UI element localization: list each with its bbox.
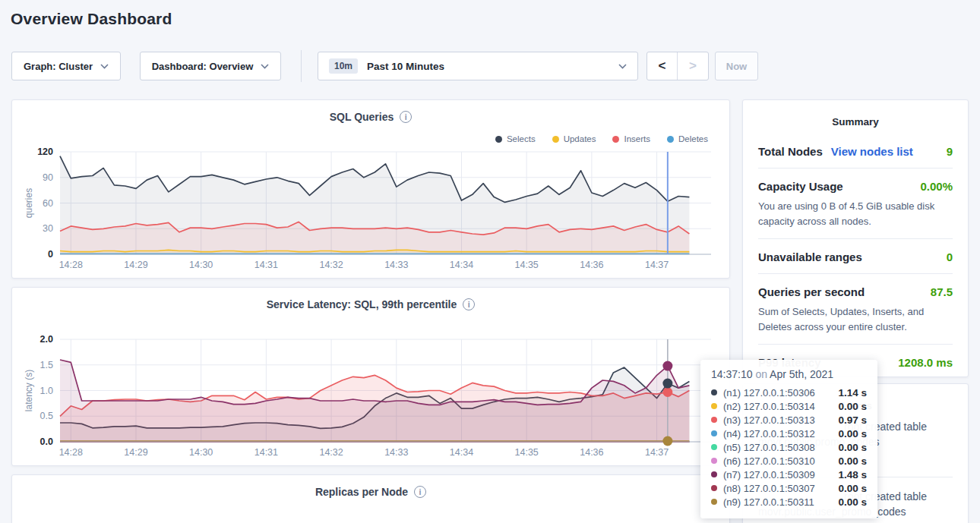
summary-label: Capacity Usage [758,180,843,193]
svg-text:14:36: 14:36 [580,447,603,458]
tooltip-node-row: (n1) 127.0.0.1:503061.14 s [711,386,867,399]
node-color-dot [711,471,717,477]
node-address: (n4) 127.0.0.1:50312 [723,428,815,440]
svg-text:14:30: 14:30 [189,447,213,458]
summary-row: Unavailable ranges0 [758,239,953,274]
service-latency-chart[interactable]: 14:2814:2914:3014:3114:3214:3314:3414:35… [12,288,731,467]
svg-text:14:31: 14:31 [254,260,278,270]
graph-dropdown-label: Graph: Cluster [24,61,93,72]
time-range-selector[interactable]: 10m Past 10 Minutes [318,52,638,80]
node-latency-value: 0.00 s [838,428,867,440]
chevron-down-icon [618,64,627,69]
svg-text:14:33: 14:33 [384,260,408,270]
chart-hover-tooltip: 14:37:10 on Apr 5th, 2021 (n1) 127.0.0.1… [700,360,877,518]
replicas-title: Replicas per Node [315,486,408,498]
svg-text:14:34: 14:34 [450,260,473,270]
svg-text:14:28: 14:28 [59,447,83,458]
node-address: (n6) 127.0.0.1:50310 [723,455,815,467]
tooltip-node-row: (n2) 127.0.0.1:503140.00 s [711,399,867,413]
overview-dashboard-page: Overview Dashboard Graph: Cluster Dashbo… [0,0,980,523]
summary-value: 1208.0 ms [898,356,953,369]
summary-value: 0 [947,250,953,263]
svg-text:14:29: 14:29 [124,447,147,458]
controls-divider [301,50,302,82]
summary-panel: Summary Total NodesView nodes list9Capac… [742,99,969,377]
summary-rows: Total NodesView nodes list9Capacity Usag… [743,128,968,379]
time-range-label: Past 10 Minutes [367,61,444,72]
node-latency-value: 0.00 s [838,442,867,453]
node-address: (n9) 127.0.0.1:50311 [723,496,814,508]
service-latency-panel: Service Latency: SQL, 99th percentile i … [11,287,730,466]
svg-text:90: 90 [43,172,53,183]
tooltip-node-row: (n3) 127.0.0.1:503130.97 s [711,413,867,427]
page-title: Overview Dashboard [11,10,172,28]
tooltip-timestamp: 14:37:10 on Apr 5th, 2021 [711,368,867,380]
time-range-arrows: < > [646,52,709,80]
svg-text:1.5: 1.5 [40,360,53,370]
svg-text:14:35: 14:35 [515,260,539,270]
svg-text:60: 60 [43,198,53,209]
tooltip-node-row: (n4) 127.0.0.1:503120.00 s [711,427,867,440]
node-latency-value: 0.97 s [838,414,867,426]
node-color-dot [711,417,717,423]
svg-text:14:37: 14:37 [645,260,669,270]
node-color-dot [711,485,717,491]
svg-text:14:34: 14:34 [450,447,473,458]
summary-row: Total NodesView nodes list9 [758,134,953,169]
svg-text:14:31: 14:31 [254,447,278,458]
dashboard-dropdown[interactable]: Dashboard: Overview [140,52,281,80]
view-nodes-list-link[interactable]: View nodes list [831,145,913,158]
node-address: (n7) 127.0.0.1:50309 [723,469,815,480]
time-range-badge: 10m [329,58,358,74]
summary-label: Total Nodes [758,145,823,158]
tooltip-node-row: (n8) 127.0.0.1:503070.00 s [711,481,867,495]
svg-text:30: 30 [43,223,53,234]
summary-row: Capacity Usage0.00%You are using 0 B of … [758,169,953,239]
svg-text:14:33: 14:33 [384,447,408,458]
svg-text:0.5: 0.5 [40,411,53,421]
replicas-title-row: Replicas per Node i [12,486,729,498]
node-latency-value: 0.00 s [838,483,867,494]
summary-value: 0.00% [920,180,953,193]
node-address: (n8) 127.0.0.1:50307 [723,483,815,494]
info-icon[interactable]: i [414,486,426,498]
svg-text:latency (s): latency (s) [24,370,34,411]
replicas-per-node-panel: Replicas per Node i [11,474,730,523]
svg-text:14:35: 14:35 [515,447,539,458]
node-address: (n5) 127.0.0.1:50308 [723,442,815,453]
svg-text:2.0: 2.0 [40,334,53,345]
svg-text:14:32: 14:32 [319,260,343,270]
dashboard-dropdown-label: Dashboard: Overview [152,61,254,72]
chevron-down-icon [100,64,109,69]
node-address: (n3) 127.0.0.1:50313 [723,414,815,426]
sql-queries-chart[interactable]: 14:2814:2914:3014:3114:3214:3314:3414:35… [12,100,731,279]
svg-text:14:32: 14:32 [319,447,343,458]
svg-text:queries: queries [24,188,34,218]
summary-value: 87.5 [931,285,953,298]
node-color-dot [711,430,717,436]
summary-value: 9 [947,145,953,158]
node-color-dot [711,403,717,409]
summary-description: You are using 0 B of 4.5 GiB usable disk… [758,199,953,228]
node-latency-value: 0.00 s [838,496,867,508]
node-address: (n1) 127.0.0.1:50306 [723,387,815,399]
now-button[interactable]: Now [715,52,758,80]
node-color-dot [711,389,717,395]
chevron-right-icon: > [689,58,697,74]
svg-text:14:28: 14:28 [59,260,83,270]
summary-description: Sum of Selects, Updates, Inserts, and De… [758,304,953,334]
node-color-dot [711,499,717,505]
tooltip-node-row: (n6) 127.0.0.1:503100.00 s [711,454,867,468]
summary-row: Queries per second87.5Sum of Selects, Up… [758,274,953,345]
tooltip-node-row: (n9) 127.0.0.1:503110.00 s [711,495,867,509]
graph-dropdown[interactable]: Graph: Cluster [11,52,121,80]
node-color-dot [711,444,717,450]
chevron-left-icon: < [659,58,666,74]
node-latency-value: 1.48 s [838,469,867,480]
node-color-dot [711,458,717,464]
next-range-button[interactable]: > [678,52,708,80]
summary-label: Unavailable ranges [758,250,862,263]
svg-text:14:36: 14:36 [580,260,603,270]
prev-range-button[interactable]: < [647,52,678,80]
sql-queries-panel: SQL Queries i SelectsUpdatesInsertsDelet… [11,99,730,279]
